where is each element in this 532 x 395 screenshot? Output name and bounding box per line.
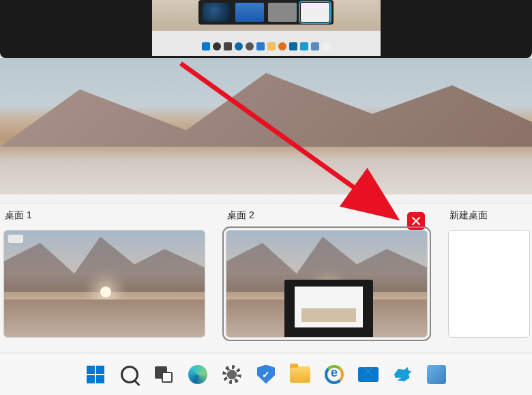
preview-mini-taskbar bbox=[202, 42, 330, 50]
preview-thumb-row bbox=[198, 0, 334, 25]
wallpaper-mountain bbox=[0, 65, 532, 147]
thumb-open-window bbox=[284, 280, 373, 338]
thumb-sun bbox=[100, 287, 111, 297]
preview-content bbox=[152, 0, 381, 56]
bird-icon bbox=[392, 366, 413, 383]
taskbar bbox=[0, 353, 532, 395]
mini-bird-icon bbox=[300, 42, 308, 50]
virtual-desktop-2[interactable]: 桌面 2 bbox=[226, 209, 428, 347]
close-desktop-button[interactable] bbox=[407, 212, 425, 230]
search-icon bbox=[121, 366, 138, 383]
mini-folder-icon bbox=[267, 42, 276, 50]
new-desktop-button[interactable]: 新建桌面 bbox=[448, 209, 530, 347]
mail-icon bbox=[358, 367, 379, 382]
edge-legacy-icon bbox=[325, 365, 344, 384]
mini-taskview-icon bbox=[224, 42, 232, 50]
active-window-preview bbox=[0, 0, 532, 58]
preview-thumb[interactable] bbox=[268, 3, 297, 22]
app-button[interactable] bbox=[426, 364, 447, 385]
mini-settings-icon bbox=[246, 42, 254, 50]
mini-edge-icon bbox=[235, 42, 243, 50]
mini-start-icon bbox=[202, 42, 210, 50]
preview-thumb[interactable] bbox=[203, 3, 231, 22]
mail-button[interactable] bbox=[357, 364, 379, 385]
thumb-foreground bbox=[4, 299, 205, 337]
task-view-icon bbox=[155, 366, 173, 383]
thumb-wallpaper bbox=[4, 231, 205, 292]
desktop-label[interactable]: 桌面 1 bbox=[3, 209, 205, 223]
file-explorer-button[interactable] bbox=[289, 364, 311, 385]
search-button[interactable] bbox=[119, 364, 141, 385]
mini-file-icon bbox=[322, 42, 330, 50]
start-button[interactable] bbox=[85, 364, 106, 385]
edge-icon bbox=[188, 365, 207, 384]
new-desktop-thumbnail[interactable] bbox=[448, 230, 530, 338]
shield-icon bbox=[257, 365, 275, 384]
folder-icon bbox=[290, 366, 310, 383]
settings-button[interactable] bbox=[221, 364, 243, 385]
thumb-window-indicator bbox=[8, 235, 23, 243]
preview-thumb-selected[interactable] bbox=[301, 3, 329, 22]
security-button[interactable] bbox=[255, 364, 277, 385]
edge-legacy-button[interactable] bbox=[323, 364, 345, 385]
virtual-desktop-strip: 桌面 1 桌面 2 新建桌面 bbox=[0, 203, 532, 352]
settings-gear-icon bbox=[222, 365, 241, 384]
mini-edge-legacy-icon bbox=[278, 42, 286, 50]
new-desktop-label: 新建桌面 bbox=[448, 209, 530, 223]
task-view-button[interactable] bbox=[153, 364, 175, 385]
mini-store-icon bbox=[311, 42, 319, 50]
virtual-desktop-1[interactable]: 桌面 1 bbox=[3, 209, 205, 347]
mini-shield-icon bbox=[256, 42, 265, 50]
preview-thumb[interactable] bbox=[235, 3, 264, 22]
app-icon bbox=[427, 365, 446, 384]
desktop-wallpaper bbox=[0, 58, 532, 194]
desktop-label[interactable]: 桌面 2 bbox=[226, 209, 428, 223]
edge-button[interactable] bbox=[187, 364, 209, 385]
mini-search-icon bbox=[213, 42, 221, 50]
desktop-thumbnail[interactable] bbox=[226, 230, 428, 338]
desktop-thumbnail[interactable] bbox=[3, 230, 205, 338]
mini-mail-icon bbox=[289, 42, 297, 50]
close-icon bbox=[411, 216, 421, 226]
messenger-button[interactable] bbox=[391, 364, 413, 385]
windows-logo-icon bbox=[87, 366, 104, 383]
